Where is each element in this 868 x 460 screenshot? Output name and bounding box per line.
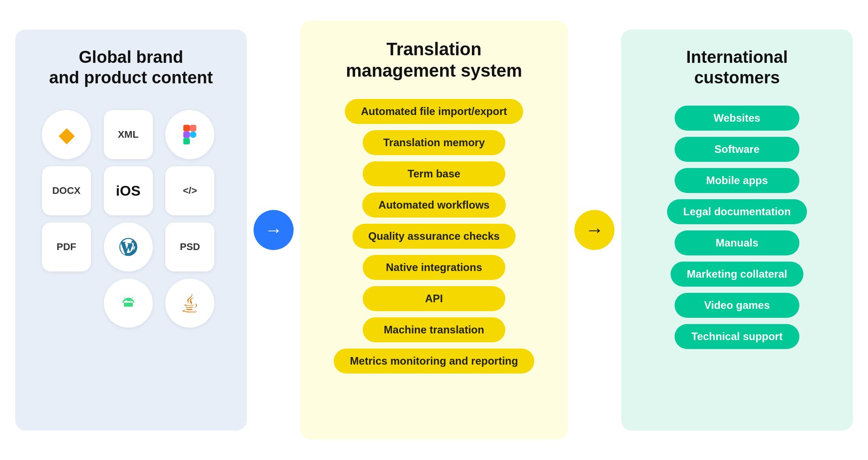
tms-item-1: Translation memory: [363, 130, 505, 155]
tms-items-list: Automated file import/export Translation…: [314, 99, 554, 374]
customer-item-5: Marketing collateral: [671, 262, 803, 287]
tms-item-3: Automated workflows: [362, 193, 505, 218]
wordpress-item: [104, 222, 153, 271]
left-arrow-icon: →: [265, 220, 283, 240]
sketch-icon: ◆: [59, 123, 74, 146]
tms-item-8: Metrics monitoring and reporting: [334, 349, 534, 374]
psd-item: PSD: [165, 222, 214, 271]
middle-panel-title: Translationmanagement system: [346, 38, 522, 81]
svg-rect-2: [184, 131, 190, 138]
psd-label: PSD: [180, 241, 200, 253]
svg-rect-0: [184, 125, 190, 131]
wordpress-icon: [119, 237, 138, 257]
diagram: Global brandand product content ◆ XML: [11, 12, 857, 448]
xml-label: XML: [118, 129, 138, 140]
right-arrow-container: →: [568, 210, 621, 250]
java-item: [165, 279, 214, 328]
tms-item-4: Quality assurance checks: [352, 224, 516, 249]
sketch-icon-item: ◆: [42, 110, 91, 159]
customer-item-3: Legal documentation: [667, 199, 807, 224]
tms-item-5: Native integrations: [363, 255, 505, 280]
code-label: </>: [183, 185, 197, 197]
tms-item-6: API: [363, 286, 505, 311]
docx-label: DOCX: [52, 185, 81, 197]
left-arrow: →: [254, 210, 294, 250]
tms-item-0: Automated file import/export: [345, 99, 523, 124]
customer-item-6: Video games: [675, 293, 799, 318]
tms-item-2: Term base: [363, 161, 505, 186]
pdf-item: PDF: [42, 222, 91, 271]
customer-item-0: Websites: [675, 106, 799, 131]
middle-panel: Translationmanagement system Automated f…: [300, 21, 568, 439]
figma-item: [165, 110, 214, 159]
java-icon: [180, 293, 200, 313]
customer-item-2: Mobile apps: [675, 168, 799, 193]
figma-icon: [180, 125, 200, 144]
tms-item-7: Machine translation: [363, 317, 505, 342]
file-grid: ◆ XML DOCX iOS </: [42, 110, 220, 328]
svg-rect-1: [190, 125, 197, 131]
left-panel-title: Global brandand product content: [49, 47, 213, 88]
ios-label: iOS: [116, 183, 140, 199]
customers-items-list: Websites Software Mobile apps Legal docu…: [635, 106, 839, 349]
right-arrow: →: [574, 210, 614, 250]
left-panel: Global brandand product content ◆ XML: [15, 29, 247, 431]
right-panel-title: Internationalcustomers: [686, 47, 788, 88]
xml-item: XML: [104, 110, 153, 159]
android-item: [104, 279, 153, 328]
left-arrow-container: →: [247, 210, 300, 250]
right-arrow-icon: →: [585, 219, 604, 241]
customer-item-1: Software: [675, 137, 799, 162]
customer-item-4: Manuals: [675, 230, 799, 255]
svg-point-4: [190, 131, 197, 138]
right-panel: Internationalcustomers Websites Software…: [621, 29, 853, 431]
svg-rect-3: [184, 138, 190, 145]
empty-item: [42, 279, 91, 328]
ios-item: iOS: [104, 166, 153, 215]
code-item: </>: [165, 166, 214, 215]
pdf-label: PDF: [57, 241, 76, 253]
android-icon: [119, 293, 138, 313]
docx-item: DOCX: [42, 166, 91, 215]
customer-item-7: Technical support: [675, 324, 799, 349]
